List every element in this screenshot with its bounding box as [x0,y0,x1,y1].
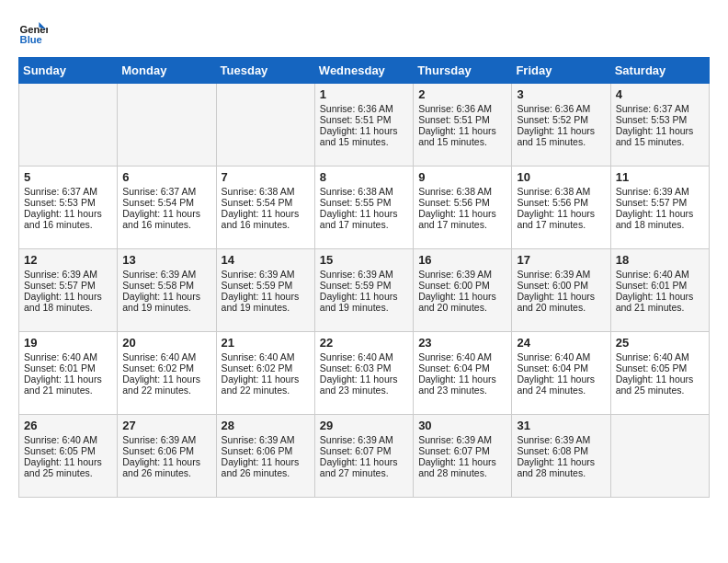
day-info: Sunrise: 6:40 AM [616,269,704,280]
day-header-wednesday: Wednesday [314,58,413,84]
day-info: Daylight: 11 hours and 15 minutes. [616,125,704,147]
calendar-cell: 17Sunrise: 6:39 AMSunset: 6:00 PMDayligh… [512,249,610,332]
day-info: Sunset: 5:54 PM [222,197,310,208]
day-info: Sunset: 5:57 PM [24,280,112,291]
day-info: Sunset: 6:05 PM [616,362,704,373]
day-number: 8 [320,170,408,184]
day-info: Daylight: 11 hours and 27 minutes. [320,456,408,478]
day-info: Sunrise: 6:40 AM [517,351,605,362]
calendar-cell: 18Sunrise: 6:40 AMSunset: 6:01 PMDayligh… [610,249,709,332]
day-info: Daylight: 11 hours and 21 minutes. [24,373,112,396]
day-number: 28 [222,419,310,432]
calendar-cell: 7Sunrise: 6:38 AMSunset: 5:54 PMDaylight… [216,167,314,249]
day-number: 6 [122,170,210,184]
calendar-cell: 16Sunrise: 6:39 AMSunset: 6:00 PMDayligh… [414,249,512,332]
day-info: Sunset: 5:51 PM [320,114,408,125]
calendar-cell: 9Sunrise: 6:38 AMSunset: 5:56 PMDaylight… [414,167,512,249]
day-number: 27 [122,419,210,432]
calendar-cell: 27Sunrise: 6:39 AMSunset: 6:06 PMDayligh… [118,415,216,498]
day-info: Sunrise: 6:36 AM [517,103,605,114]
day-info: Sunset: 6:01 PM [616,280,704,291]
day-info: Sunrise: 6:39 AM [122,434,210,445]
day-info: Sunrise: 6:40 AM [24,434,112,445]
day-number: 29 [320,419,408,432]
week-row-3: 12Sunrise: 6:39 AMSunset: 5:57 PMDayligh… [19,249,710,332]
week-row-4: 19Sunrise: 6:40 AMSunset: 6:01 PMDayligh… [19,332,710,415]
day-header-friday: Friday [512,58,610,84]
day-info: Sunset: 6:08 PM [517,445,605,456]
day-number: 19 [24,336,112,350]
day-number: 20 [122,336,210,350]
day-info: Sunrise: 6:38 AM [418,186,506,197]
day-info: Sunset: 5:51 PM [418,114,506,125]
day-number: 30 [418,419,506,432]
day-info: Daylight: 11 hours and 15 minutes. [320,125,408,147]
day-info: Sunrise: 6:39 AM [24,269,112,280]
calendar-cell [610,415,709,498]
day-info: Sunrise: 6:39 AM [320,269,408,280]
day-info: Daylight: 11 hours and 20 minutes. [517,291,605,313]
day-info: Sunset: 6:07 PM [320,445,408,456]
calendar-cell: 28Sunrise: 6:39 AMSunset: 6:06 PMDayligh… [216,415,314,498]
day-number: 14 [222,253,310,267]
day-info: Daylight: 11 hours and 19 minutes. [122,291,210,313]
day-info: Daylight: 11 hours and 15 minutes. [418,125,506,147]
calendar-cell: 5Sunrise: 6:37 AMSunset: 5:53 PMDaylight… [19,167,118,249]
day-number: 24 [517,336,605,350]
calendar-cell: 13Sunrise: 6:39 AMSunset: 5:58 PMDayligh… [118,249,216,332]
day-info: Sunset: 6:00 PM [418,280,506,291]
day-number: 3 [517,87,605,101]
day-info: Sunrise: 6:38 AM [222,186,310,197]
day-info: Daylight: 11 hours and 15 minutes. [517,125,605,147]
calendar-cell: 22Sunrise: 6:40 AMSunset: 6:03 PMDayligh… [314,332,413,415]
day-info: Daylight: 11 hours and 21 minutes. [616,291,704,313]
calendar-cell: 24Sunrise: 6:40 AMSunset: 6:04 PMDayligh… [512,332,610,415]
day-number: 31 [517,419,605,432]
day-info: Sunrise: 6:36 AM [320,103,408,114]
week-row-5: 26Sunrise: 6:40 AMSunset: 6:05 PMDayligh… [19,415,710,498]
day-info: Daylight: 11 hours and 17 minutes. [517,208,605,230]
day-number: 4 [616,87,704,101]
calendar-cell: 29Sunrise: 6:39 AMSunset: 6:07 PMDayligh… [314,415,413,498]
day-info: Sunrise: 6:38 AM [517,186,605,197]
day-number: 13 [122,253,210,267]
day-info: Sunset: 6:00 PM [517,280,605,291]
calendar-cell: 31Sunrise: 6:39 AMSunset: 6:08 PMDayligh… [512,415,610,498]
day-header-monday: Monday [118,58,216,84]
day-info: Sunset: 5:53 PM [616,114,704,125]
day-number: 11 [616,170,704,184]
calendar-cell: 1Sunrise: 6:36 AMSunset: 5:51 PMDaylight… [314,84,413,167]
calendar-cell: 12Sunrise: 6:39 AMSunset: 5:57 PMDayligh… [19,249,118,332]
day-info: Sunset: 6:06 PM [222,445,310,456]
day-info: Sunset: 6:01 PM [24,362,112,373]
week-row-1: 1Sunrise: 6:36 AMSunset: 5:51 PMDaylight… [19,84,710,167]
day-info: Sunset: 6:04 PM [418,362,506,373]
day-info: Sunrise: 6:36 AM [418,103,506,114]
day-info: Sunrise: 6:37 AM [616,103,704,114]
day-header-sunday: Sunday [19,58,118,84]
day-info: Sunset: 6:07 PM [418,445,506,456]
day-info: Daylight: 11 hours and 28 minutes. [517,456,605,478]
day-info: Sunset: 5:59 PM [222,280,310,291]
day-info: Sunrise: 6:39 AM [517,269,605,280]
day-info: Sunrise: 6:37 AM [122,186,210,197]
day-info: Daylight: 11 hours and 22 minutes. [222,373,310,396]
day-number: 1 [320,87,408,101]
day-number: 15 [320,253,408,267]
day-number: 25 [616,336,704,350]
day-info: Sunrise: 6:39 AM [122,269,210,280]
day-info: Sunrise: 6:39 AM [418,269,506,280]
calendar-cell: 8Sunrise: 6:38 AMSunset: 5:55 PMDaylight… [314,167,413,249]
day-info: Sunrise: 6:40 AM [222,351,310,362]
calendar-cell: 6Sunrise: 6:37 AMSunset: 5:54 PMDaylight… [118,167,216,249]
day-info: Sunrise: 6:39 AM [320,434,408,445]
day-info: Sunset: 5:57 PM [616,197,704,208]
calendar-cell: 23Sunrise: 6:40 AMSunset: 6:04 PMDayligh… [414,332,512,415]
day-info: Sunset: 6:04 PM [517,362,605,373]
page-header: General Blue [18,18,710,48]
day-info: Daylight: 11 hours and 19 minutes. [320,291,408,313]
day-number: 23 [418,336,506,350]
day-number: 17 [517,253,605,267]
day-info: Sunrise: 6:39 AM [616,186,704,197]
day-info: Sunrise: 6:37 AM [24,186,112,197]
